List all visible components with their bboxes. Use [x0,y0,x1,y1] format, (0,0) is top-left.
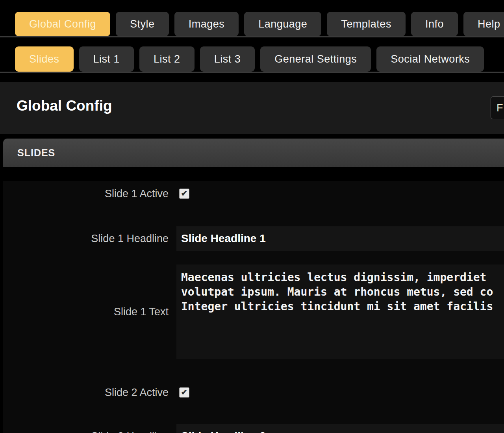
tab-list-1[interactable]: List 1 [79,46,134,72]
slide2-headline-row: Slide 2 Headline [3,424,504,433]
tab-images[interactable]: Images [174,12,239,36]
slide1-active-label: Slide 1 Active [3,188,169,200]
slide1-text-label: Slide 1 Text [3,306,169,318]
slides-section: SLIDES Slide 1 Active ✔ Slide 1 Headline… [3,139,504,433]
checkmark-icon: ✔ [181,189,188,197]
slide1-headline-input[interactable] [176,226,504,251]
title-panel: Global Config F [0,82,504,134]
secondary-tabbar: Slides List 1 List 2 List 3 General Sett… [0,37,504,73]
cutoff-action-button[interactable]: F [491,96,504,119]
slide2-headline-input[interactable] [176,424,504,433]
slide1-headline-row: Slide 1 Headline [3,226,504,251]
slide1-headline-label: Slide 1 Headline [3,233,169,245]
tab-help[interactable]: Help [463,12,504,36]
slide2-headline-label: Slide 2 Headline [3,430,169,433]
checkmark-icon: ✔ [181,388,188,396]
slide2-active-checkbox[interactable]: ✔ [179,387,189,398]
slide1-active-row: Slide 1 Active ✔ [3,181,504,206]
tab-global-config[interactable]: Global Config [15,12,110,36]
tab-slides[interactable]: Slides [15,46,74,72]
slide1-text-textarea[interactable]: Maecenas ultricies lectus dignissim, imp… [176,265,504,359]
slides-section-title: SLIDES [17,147,55,159]
tab-info[interactable]: Info [411,12,458,36]
tab-list-3[interactable]: List 3 [200,46,255,72]
tab-social-networks[interactable]: Social Networks [376,46,484,72]
tab-style[interactable]: Style [116,12,169,36]
slides-form: Slide 1 Active ✔ Slide 1 Headline Slide … [3,181,504,433]
tab-list-2[interactable]: List 2 [139,46,195,72]
slide2-active-row: Slide 2 Active ✔ [3,380,504,405]
tab-templates[interactable]: Templates [327,12,406,36]
slide1-text-row: Slide 1 Text Maecenas ultricies lectus d… [3,265,504,359]
tab-general-settings[interactable]: General Settings [260,46,371,72]
slides-section-header: SLIDES [3,139,504,167]
slide1-active-checkbox[interactable]: ✔ [179,189,189,199]
primary-tabbar: Global Config Style Images Language Temp… [0,0,504,37]
tab-language[interactable]: Language [244,12,321,36]
page-title: Global Config [0,82,504,114]
slide2-active-label: Slide 2 Active [3,387,169,399]
